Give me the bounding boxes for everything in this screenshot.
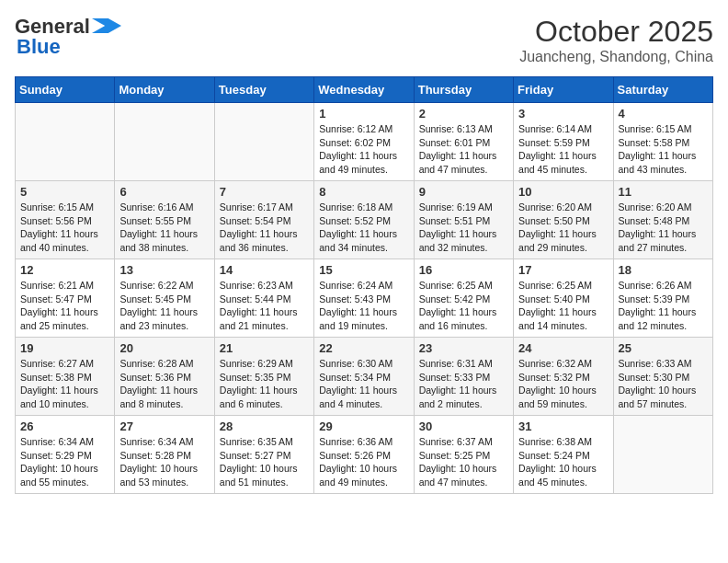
calendar-cell: 20Sunrise: 6:28 AM Sunset: 5:36 PM Dayli…	[115, 338, 214, 416]
cell-daylight-info: Sunrise: 6:34 AM Sunset: 5:29 PM Dayligh…	[20, 435, 109, 489]
calendar-cell	[613, 416, 712, 494]
day-number: 22	[319, 341, 408, 355]
calendar-cell: 2Sunrise: 6:13 AM Sunset: 6:01 PM Daylig…	[414, 103, 513, 181]
cell-daylight-info: Sunrise: 6:13 AM Sunset: 6:01 PM Dayligh…	[419, 122, 508, 177]
calendar-cell: 29Sunrise: 6:36 AM Sunset: 5:26 PM Dayli…	[314, 416, 414, 494]
page-header: General Blue October 2025 Juancheng, Sha…	[15, 15, 713, 65]
day-of-week-header: Tuesday	[214, 77, 313, 103]
day-number: 2	[419, 107, 508, 121]
cell-daylight-info: Sunrise: 6:31 AM Sunset: 5:33 PM Dayligh…	[419, 357, 508, 411]
calendar-cell: 27Sunrise: 6:34 AM Sunset: 5:28 PM Dayli…	[115, 416, 214, 494]
calendar-cell: 30Sunrise: 6:37 AM Sunset: 5:25 PM Dayli…	[414, 416, 513, 494]
day-number: 3	[518, 107, 608, 121]
calendar-cell: 25Sunrise: 6:33 AM Sunset: 5:30 PM Dayli…	[613, 338, 712, 416]
location: Juancheng, Shandong, China	[519, 49, 713, 65]
calendar-cell: 19Sunrise: 6:27 AM Sunset: 5:38 PM Dayli…	[16, 338, 115, 416]
calendar-cell: 7Sunrise: 6:17 AM Sunset: 5:54 PM Daylig…	[214, 181, 313, 259]
cell-daylight-info: Sunrise: 6:36 AM Sunset: 5:26 PM Dayligh…	[319, 435, 408, 489]
day-number: 27	[119, 419, 209, 433]
cell-daylight-info: Sunrise: 6:37 AM Sunset: 5:25 PM Dayligh…	[419, 435, 508, 489]
calendar-week-row: 5Sunrise: 6:15 AM Sunset: 5:56 PM Daylig…	[16, 181, 713, 259]
calendar-cell: 22Sunrise: 6:30 AM Sunset: 5:34 PM Dayli…	[314, 338, 414, 416]
calendar-cell: 13Sunrise: 6:22 AM Sunset: 5:45 PM Dayli…	[115, 259, 214, 338]
day-number: 4	[619, 107, 708, 121]
day-number: 7	[220, 185, 309, 199]
cell-daylight-info: Sunrise: 6:12 AM Sunset: 6:02 PM Dayligh…	[319, 122, 408, 177]
day-of-week-header: Sunday	[16, 77, 115, 103]
cell-daylight-info: Sunrise: 6:38 AM Sunset: 5:24 PM Dayligh…	[518, 435, 608, 489]
day-number: 26	[20, 419, 109, 433]
day-number: 6	[119, 185, 209, 199]
day-number: 16	[419, 263, 508, 277]
cell-daylight-info: Sunrise: 6:17 AM Sunset: 5:54 PM Dayligh…	[220, 201, 309, 255]
cell-daylight-info: Sunrise: 6:22 AM Sunset: 5:45 PM Dayligh…	[119, 279, 209, 333]
cell-daylight-info: Sunrise: 6:19 AM Sunset: 5:51 PM Dayligh…	[419, 201, 508, 255]
day-number: 9	[419, 185, 508, 199]
calendar-cell: 31Sunrise: 6:38 AM Sunset: 5:24 PM Dayli…	[514, 416, 613, 494]
calendar-cell	[214, 103, 313, 181]
day-number: 12	[20, 263, 109, 277]
day-number: 30	[419, 419, 508, 433]
day-number: 29	[319, 419, 408, 433]
logo: General Blue	[15, 15, 121, 59]
cell-daylight-info: Sunrise: 6:21 AM Sunset: 5:47 PM Dayligh…	[20, 279, 109, 333]
calendar-cell: 18Sunrise: 6:26 AM Sunset: 5:39 PM Dayli…	[613, 259, 712, 338]
day-number: 20	[119, 341, 209, 355]
cell-daylight-info: Sunrise: 6:35 AM Sunset: 5:27 PM Dayligh…	[220, 435, 309, 489]
cell-daylight-info: Sunrise: 6:29 AM Sunset: 5:35 PM Dayligh…	[220, 357, 309, 411]
day-number: 10	[518, 185, 608, 199]
calendar-cell: 9Sunrise: 6:19 AM Sunset: 5:51 PM Daylig…	[414, 181, 513, 259]
day-number: 11	[619, 185, 708, 199]
day-number: 14	[220, 263, 309, 277]
logo-blue: Blue	[17, 35, 61, 59]
calendar-cell: 5Sunrise: 6:15 AM Sunset: 5:56 PM Daylig…	[16, 181, 115, 259]
cell-daylight-info: Sunrise: 6:32 AM Sunset: 5:32 PM Dayligh…	[518, 357, 608, 411]
calendar-week-row: 12Sunrise: 6:21 AM Sunset: 5:47 PM Dayli…	[16, 259, 713, 338]
calendar-week-row: 26Sunrise: 6:34 AM Sunset: 5:29 PM Dayli…	[16, 416, 713, 494]
cell-daylight-info: Sunrise: 6:26 AM Sunset: 5:39 PM Dayligh…	[619, 279, 708, 333]
calendar-cell	[16, 103, 115, 181]
day-number: 13	[119, 263, 209, 277]
day-number: 18	[619, 263, 708, 277]
day-number: 23	[419, 341, 508, 355]
day-number: 25	[619, 341, 708, 355]
cell-daylight-info: Sunrise: 6:30 AM Sunset: 5:34 PM Dayligh…	[319, 357, 408, 411]
day-of-week-header: Monday	[115, 77, 214, 103]
cell-daylight-info: Sunrise: 6:15 AM Sunset: 5:58 PM Dayligh…	[619, 122, 708, 177]
title-block: October 2025 Juancheng, Shandong, China	[519, 15, 713, 65]
calendar-cell: 1Sunrise: 6:12 AM Sunset: 6:02 PM Daylig…	[314, 103, 414, 181]
calendar-cell: 14Sunrise: 6:23 AM Sunset: 5:44 PM Dayli…	[214, 259, 313, 338]
day-number: 28	[220, 419, 309, 433]
calendar-cell: 16Sunrise: 6:25 AM Sunset: 5:42 PM Dayli…	[414, 259, 513, 338]
cell-daylight-info: Sunrise: 6:33 AM Sunset: 5:30 PM Dayligh…	[619, 357, 708, 411]
calendar-cell: 12Sunrise: 6:21 AM Sunset: 5:47 PM Dayli…	[16, 259, 115, 338]
calendar-cell: 11Sunrise: 6:20 AM Sunset: 5:48 PM Dayli…	[613, 181, 712, 259]
day-number: 5	[20, 185, 109, 199]
day-number: 31	[518, 419, 608, 433]
day-number: 8	[319, 185, 408, 199]
calendar-cell: 26Sunrise: 6:34 AM Sunset: 5:29 PM Dayli…	[16, 416, 115, 494]
calendar-cell: 23Sunrise: 6:31 AM Sunset: 5:33 PM Dayli…	[414, 338, 513, 416]
cell-daylight-info: Sunrise: 6:16 AM Sunset: 5:55 PM Dayligh…	[119, 201, 209, 255]
calendar-cell: 24Sunrise: 6:32 AM Sunset: 5:32 PM Dayli…	[514, 338, 613, 416]
logo-icon	[92, 17, 121, 34]
cell-daylight-info: Sunrise: 6:28 AM Sunset: 5:36 PM Dayligh…	[119, 357, 209, 411]
day-of-week-header: Thursday	[414, 77, 513, 103]
calendar-cell: 15Sunrise: 6:24 AM Sunset: 5:43 PM Dayli…	[314, 259, 414, 338]
cell-daylight-info: Sunrise: 6:20 AM Sunset: 5:48 PM Dayligh…	[619, 201, 708, 255]
day-number: 24	[518, 341, 608, 355]
svg-marker-0	[92, 18, 121, 33]
day-number: 1	[319, 107, 408, 121]
calendar-table: SundayMondayTuesdayWednesdayThursdayFrid…	[15, 76, 713, 494]
calendar-cell: 4Sunrise: 6:15 AM Sunset: 5:58 PM Daylig…	[613, 103, 712, 181]
day-of-week-header: Saturday	[613, 77, 712, 103]
cell-daylight-info: Sunrise: 6:18 AM Sunset: 5:52 PM Dayligh…	[319, 201, 408, 255]
calendar-cell: 17Sunrise: 6:25 AM Sunset: 5:40 PM Dayli…	[514, 259, 613, 338]
calendar-cell: 3Sunrise: 6:14 AM Sunset: 5:59 PM Daylig…	[514, 103, 613, 181]
cell-daylight-info: Sunrise: 6:25 AM Sunset: 5:42 PM Dayligh…	[419, 279, 508, 333]
calendar-cell: 6Sunrise: 6:16 AM Sunset: 5:55 PM Daylig…	[115, 181, 214, 259]
calendar-cell: 21Sunrise: 6:29 AM Sunset: 5:35 PM Dayli…	[214, 338, 313, 416]
day-number: 19	[20, 341, 109, 355]
calendar-cell: 28Sunrise: 6:35 AM Sunset: 5:27 PM Dayli…	[214, 416, 313, 494]
calendar-cell: 10Sunrise: 6:20 AM Sunset: 5:50 PM Dayli…	[514, 181, 613, 259]
